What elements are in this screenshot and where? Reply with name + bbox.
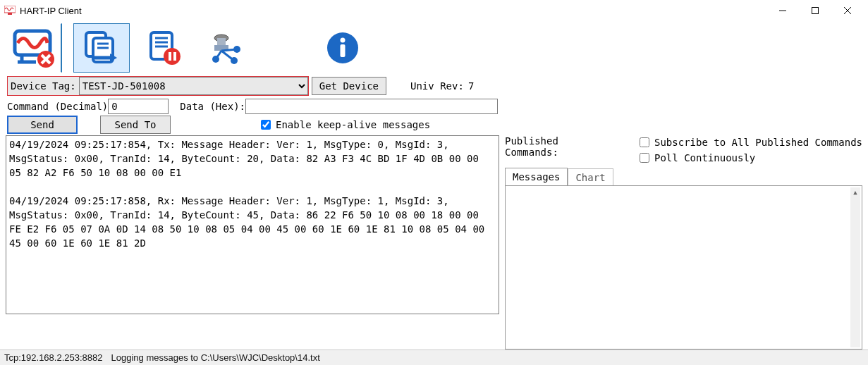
keepalive-checkbox-wrap[interactable]: Enable keep-alive messages	[258, 118, 430, 132]
command-input[interactable]	[108, 99, 169, 114]
status-bar: Tcp:192.168.2.253:8882 Logging messages …	[0, 349, 868, 365]
subscribe-checkbox-wrap[interactable]: Subscribe to All Published Commands	[637, 135, 862, 149]
keepalive-checkbox[interactable]	[261, 120, 271, 130]
published-messages-panel: ▲	[505, 185, 862, 349]
poll-label: Poll Continuously	[654, 152, 755, 163]
svg-point-32	[231, 57, 238, 64]
data-label: Data (Hex):	[180, 101, 245, 112]
app-icon	[4, 6, 16, 16]
status-tcp: Tcp:192.168.2.253:8882	[4, 352, 103, 363]
close-button[interactable]	[831, 0, 864, 21]
minimize-button[interactable]	[766, 0, 799, 21]
device-tag-select[interactable]: TEST-JD-501008	[79, 77, 308, 95]
scroll-up-icon[interactable]: ▲	[853, 187, 857, 197]
window-controls	[766, 0, 864, 21]
log-output[interactable]: 04/19/2024 09:25:17:854, Tx: Message Hea…	[6, 135, 499, 314]
status-logging: Logging messages to C:\Users\WJC\Desktop…	[111, 352, 320, 363]
svg-point-31	[212, 56, 219, 63]
device-tag-group: Device Tag: TEST-JD-501008	[7, 76, 309, 96]
published-commands-label: Published Commands:	[505, 135, 609, 165]
svg-point-22	[164, 48, 181, 65]
univ-rev-label: Univ Rev:	[410, 80, 464, 92]
poll-checkbox-wrap[interactable]: Poll Continuously	[637, 151, 862, 165]
command-label: Command (Decimal)	[7, 101, 108, 112]
device-tag-label: Device Tag:	[8, 78, 79, 94]
svg-rect-23	[169, 52, 171, 61]
svg-point-35	[341, 38, 346, 43]
window-title: HART-IP Client	[20, 6, 82, 16]
tab-messages[interactable]: Messages	[505, 168, 568, 185]
send-to-button[interactable]: Send To	[100, 116, 171, 134]
scrollbar[interactable]: ▲	[850, 187, 860, 347]
published-tabs: Messages Chart	[505, 168, 862, 185]
svg-rect-0	[4, 6, 16, 13]
subscribe-label: Subscribe to All Published Commands	[654, 137, 862, 148]
svg-rect-3	[812, 8, 819, 14]
svg-rect-24	[173, 52, 176, 61]
toolbar	[0, 21, 868, 75]
send-button[interactable]: Send	[7, 116, 78, 134]
network-button[interactable]	[197, 23, 254, 73]
maximize-button[interactable]	[799, 0, 831, 21]
form-area: Device Tag: TEST-JD-501008 Get Device Un…	[0, 75, 868, 135]
svg-rect-1	[8, 13, 12, 15]
subscribe-checkbox[interactable]	[640, 137, 649, 147]
keepalive-label: Enable keep-alive messages	[276, 119, 430, 130]
tab-chart[interactable]: Chart	[568, 168, 613, 186]
title-bar: HART-IP Client	[0, 0, 868, 21]
svg-rect-36	[341, 44, 346, 57]
get-device-button[interactable]: Get Device	[312, 77, 386, 95]
svg-point-33	[233, 46, 240, 53]
copy-forward-button[interactable]	[73, 23, 130, 73]
about-button[interactable]	[314, 23, 371, 73]
univ-rev-value: 7	[468, 80, 474, 92]
poll-checkbox[interactable]	[640, 153, 649, 163]
data-input[interactable]	[245, 99, 498, 114]
pause-log-button[interactable]	[135, 23, 192, 73]
svg-rect-26	[217, 38, 226, 45]
disconnect-button[interactable]	[6, 23, 62, 73]
